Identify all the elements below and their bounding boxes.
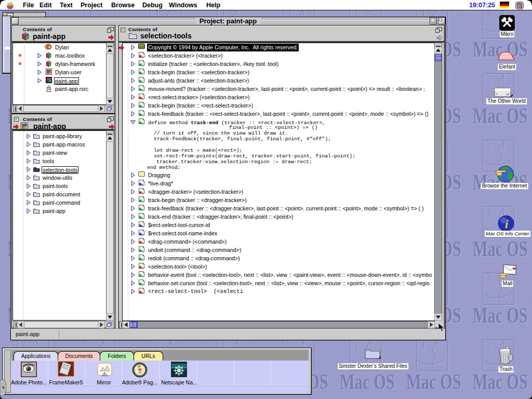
svg-text:i: i: [505, 217, 509, 231]
